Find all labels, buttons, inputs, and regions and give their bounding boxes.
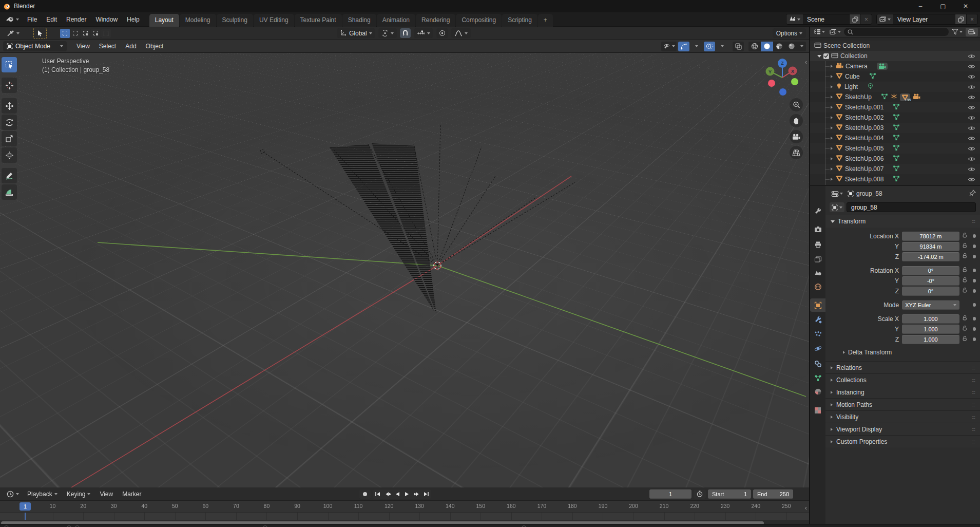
active-tool-button[interactable] bbox=[33, 28, 47, 39]
gizmo-y-ball[interactable]: Y bbox=[766, 67, 775, 76]
number-field[interactable]: 1.000 bbox=[902, 335, 959, 344]
shading-dropdown[interactable] bbox=[798, 42, 806, 51]
properties-tab-texture[interactable] bbox=[810, 404, 825, 417]
menu-file[interactable]: File bbox=[23, 14, 42, 25]
view-layer-browse-button[interactable] bbox=[877, 14, 893, 24]
view-layer-copy-button[interactable] bbox=[955, 14, 966, 24]
animate-dot-button[interactable] bbox=[973, 303, 976, 307]
workspace-tab-texture-paint[interactable]: Texture Paint bbox=[295, 14, 342, 27]
animate-dot-button[interactable] bbox=[973, 327, 976, 331]
tool-measure[interactable] bbox=[2, 184, 17, 200]
gizmo-z-ball[interactable]: Z bbox=[778, 59, 787, 68]
drag-handle-icon[interactable]: :::: bbox=[972, 365, 975, 370]
visibility-eye-icon[interactable] bbox=[968, 95, 975, 100]
jump-to-end-button[interactable] bbox=[421, 490, 431, 499]
visibility-eye-icon[interactable] bbox=[968, 64, 975, 69]
outliner-editor-type-button[interactable] bbox=[812, 28, 827, 36]
current-frame-field[interactable]: 1 bbox=[649, 490, 691, 499]
select-mode-intersect[interactable] bbox=[101, 29, 111, 38]
number-field[interactable]: 0° bbox=[902, 287, 959, 296]
drag-handle-icon[interactable]: :::: bbox=[972, 390, 975, 395]
collection-checkbox[interactable] bbox=[823, 53, 829, 59]
workspace-tab-compositing[interactable]: Compositing bbox=[456, 14, 502, 27]
tool-annotate[interactable] bbox=[2, 168, 17, 183]
scene-unlink-button[interactable]: × bbox=[860, 14, 872, 24]
menu-window[interactable]: Window bbox=[91, 14, 122, 25]
gizmos-dropdown[interactable] bbox=[691, 42, 702, 51]
outliner-row-sketchup-008[interactable]: SketchUp.008 bbox=[810, 174, 980, 184]
visibility-eye-icon[interactable] bbox=[968, 84, 975, 90]
outliner-row-sketchup-006[interactable]: SketchUp.006 bbox=[810, 154, 980, 164]
visibility-eye-icon[interactable] bbox=[968, 146, 975, 152]
expand-icon[interactable] bbox=[831, 85, 833, 88]
number-field[interactable]: 91834 m bbox=[902, 242, 959, 251]
breadcrumb-object[interactable]: group_58 bbox=[848, 190, 882, 197]
drag-handle-icon[interactable]: :::: bbox=[972, 427, 975, 432]
drag-handle-icon[interactable]: :::: bbox=[972, 378, 975, 383]
panel-viewport-display[interactable]: Viewport Display:::: bbox=[825, 423, 980, 435]
proportional-editing-toggle[interactable] bbox=[436, 28, 448, 38]
visibility-eye-icon[interactable] bbox=[968, 166, 975, 172]
number-field[interactable]: 0° bbox=[902, 266, 959, 275]
visibility-eye-icon[interactable] bbox=[968, 136, 975, 141]
navigation-gizmo[interactable]: Z Y X bbox=[763, 54, 804, 97]
object-visibility-dropdown[interactable] bbox=[661, 42, 677, 51]
zoom-button[interactable] bbox=[790, 98, 803, 111]
tool-transform[interactable] bbox=[2, 147, 17, 163]
lock-open-icon[interactable] bbox=[962, 232, 968, 240]
auto-record-button[interactable] bbox=[359, 490, 371, 499]
outliner-row-sketchup-003[interactable]: SketchUp.003 bbox=[810, 123, 980, 133]
expand-icon[interactable] bbox=[831, 96, 833, 99]
panel-visibility[interactable]: Visibility:::: bbox=[825, 410, 980, 423]
outliner-row-sketchup[interactable]: SketchUp+99 bbox=[810, 92, 980, 102]
menu-help[interactable]: Help bbox=[122, 14, 144, 25]
visibility-eye-icon[interactable] bbox=[968, 177, 975, 182]
animate-dot-button[interactable] bbox=[973, 317, 976, 321]
expand-icon[interactable] bbox=[831, 137, 833, 140]
number-field[interactable]: 78012 m bbox=[902, 232, 959, 241]
properties-tab-scene[interactable] bbox=[810, 266, 825, 279]
lock-open-icon[interactable] bbox=[962, 242, 968, 250]
properties-editor-type-button[interactable] bbox=[830, 190, 844, 198]
number-field[interactable]: -0° bbox=[902, 276, 959, 286]
minimize-button[interactable]: – bbox=[909, 0, 932, 12]
properties-tab-modifiers[interactable] bbox=[810, 313, 825, 326]
viewport-menu-object[interactable]: Object bbox=[141, 41, 168, 51]
animate-dot-button[interactable] bbox=[973, 289, 976, 293]
expand-icon[interactable] bbox=[831, 147, 833, 150]
properties-tab-material[interactable] bbox=[810, 385, 825, 398]
viewport-menu-view[interactable]: View bbox=[72, 41, 94, 51]
properties-tab-output[interactable] bbox=[810, 237, 825, 251]
properties-tab-physics[interactable] bbox=[810, 342, 825, 355]
prev-keyframe-button[interactable] bbox=[382, 490, 392, 499]
visibility-eye-icon[interactable] bbox=[968, 156, 975, 162]
gizmo-y-neg-ball[interactable] bbox=[791, 78, 798, 85]
jump-to-start-button[interactable] bbox=[373, 490, 382, 499]
drag-handle-icon[interactable]: :::: bbox=[972, 415, 975, 420]
transform-orientation-dropdown[interactable]: Global bbox=[337, 28, 375, 38]
lock-open-icon[interactable] bbox=[962, 267, 968, 274]
scene-copy-button[interactable] bbox=[849, 14, 860, 24]
properties-tab-object[interactable] bbox=[810, 298, 825, 312]
expand-icon[interactable] bbox=[831, 75, 833, 78]
shading-rendered-button[interactable] bbox=[785, 42, 798, 51]
viewport-menu-add[interactable]: Add bbox=[121, 41, 141, 51]
workspace-tab-sculpting[interactable]: Sculpting bbox=[217, 14, 253, 27]
panel-collections[interactable]: Collections:::: bbox=[825, 373, 980, 386]
outliner-row-sketchup-001[interactable]: SketchUp.001 bbox=[810, 102, 980, 112]
animate-dot-button[interactable] bbox=[973, 269, 976, 272]
shading-material-button[interactable] bbox=[773, 42, 785, 51]
tool-scale[interactable] bbox=[2, 131, 17, 146]
drag-handle-icon[interactable]: :::: bbox=[972, 219, 975, 224]
proportional-falloff-dropdown[interactable] bbox=[451, 28, 471, 38]
outliner-search-input[interactable] bbox=[844, 28, 949, 36]
timeline-editor-type-button[interactable] bbox=[3, 489, 23, 499]
outliner-row-collection[interactable]: Collection bbox=[810, 51, 980, 61]
scene-name[interactable]: Scene bbox=[803, 14, 849, 24]
workspace-tab-layout[interactable]: Layout bbox=[149, 14, 179, 27]
select-mode-tweak[interactable] bbox=[60, 29, 70, 38]
timeline-ruler[interactable]: 1102030405060708090100110120130140150160… bbox=[0, 501, 809, 513]
object-name-input[interactable]: group_58 bbox=[847, 202, 976, 212]
timeline-menu-keying[interactable]: Keying bbox=[62, 489, 95, 499]
number-field[interactable]: 1.000 bbox=[902, 314, 959, 324]
